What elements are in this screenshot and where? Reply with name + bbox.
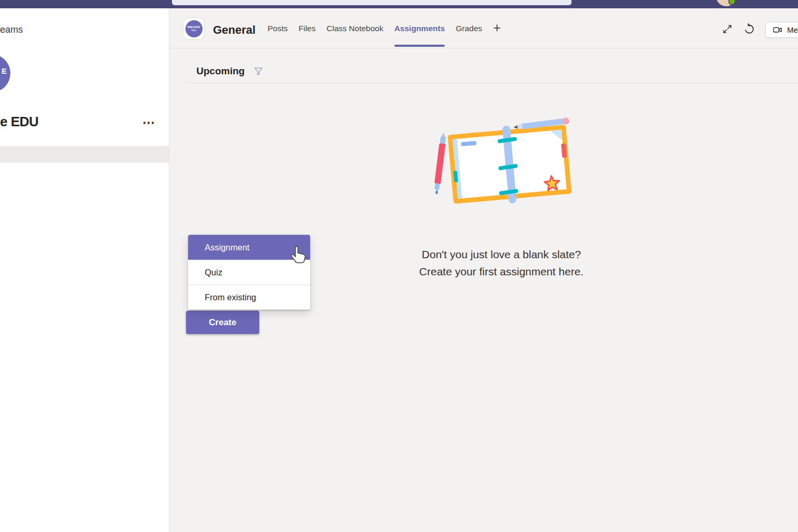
teams-sidebar: eams E e EDU ⋯ bbox=[0, 8, 169, 532]
channel-team-badge[interactable]: INKHOE Edu bbox=[183, 18, 204, 39]
tab-assignments[interactable]: Assignments bbox=[394, 8, 445, 48]
channel-name: General bbox=[213, 23, 256, 37]
meet-button-label: Meet bbox=[787, 25, 798, 34]
expand-icon[interactable] bbox=[722, 23, 733, 35]
menu-item-quiz[interactable]: Quiz bbox=[188, 260, 310, 285]
badge-text-bottom: Edu bbox=[192, 29, 196, 32]
refresh-icon[interactable] bbox=[743, 23, 755, 35]
search-input[interactable] bbox=[172, 0, 571, 5]
video-camera-icon bbox=[773, 25, 782, 35]
selected-channel-row[interactable] bbox=[0, 146, 169, 163]
tab-class-notebook[interactable]: Class Notebook bbox=[327, 8, 383, 48]
red-pen-illustration bbox=[433, 132, 447, 195]
team-more-options-icon[interactable]: ⋯ bbox=[142, 115, 155, 130]
channel-tabs: Posts Files Class Notebook Assignments G… bbox=[268, 8, 512, 48]
empty-state-line2: Create your first assignment here. bbox=[419, 263, 583, 280]
upcoming-section-label: Upcoming bbox=[196, 65, 245, 77]
add-tab-button[interactable]: + bbox=[493, 8, 501, 48]
empty-state-line1: Don't you just love a blank slate? bbox=[419, 246, 583, 263]
tab-files[interactable]: Files bbox=[299, 8, 316, 48]
assignments-toolbar: Upcoming bbox=[187, 48, 798, 83]
create-dropdown-menu: Assignment Quiz From existing bbox=[188, 235, 310, 310]
app-titlebar bbox=[0, 0, 798, 8]
channel-team-badge-circle: INKHOE Edu bbox=[185, 20, 203, 37]
menu-item-from-existing[interactable]: From existing bbox=[188, 285, 310, 310]
team-avatar-letter: E bbox=[2, 66, 7, 75]
tab-grades[interactable]: Grades bbox=[456, 8, 482, 48]
team-name[interactable]: e EDU bbox=[0, 114, 38, 130]
blank-slate-illustration bbox=[422, 115, 583, 211]
teams-heading: eams bbox=[0, 24, 23, 35]
tab-posts[interactable]: Posts bbox=[268, 8, 288, 48]
create-button[interactable]: Create bbox=[186, 311, 259, 334]
menu-item-assignment[interactable]: Assignment bbox=[188, 235, 310, 260]
notebook-illustration bbox=[447, 121, 572, 208]
empty-state-message: Don't you just love a blank slate? Creat… bbox=[419, 246, 583, 280]
channel-content: INKHOE Edu General Posts Files Class Not… bbox=[169, 8, 798, 532]
presence-indicator bbox=[728, 0, 736, 5]
meet-button[interactable]: Meet bbox=[765, 22, 798, 38]
channel-header: INKHOE Edu General Posts Files Class Not… bbox=[169, 8, 798, 48]
filter-icon[interactable] bbox=[253, 66, 264, 77]
